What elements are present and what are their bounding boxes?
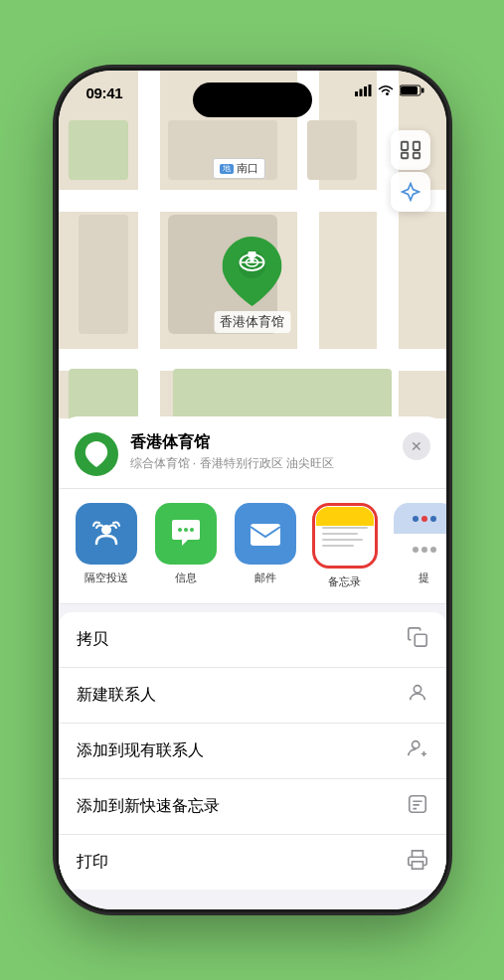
map-green-block: [69, 120, 128, 180]
messages-label: 信息: [175, 571, 197, 585]
status-time: 09:41: [86, 84, 123, 101]
airdrop-icon: [88, 516, 124, 552]
svg-rect-15: [249, 251, 256, 257]
location-card-info: 香港体育馆 综合体育馆 · 香港特别行政区 油尖旺区: [130, 432, 391, 472]
more-label: 提: [419, 571, 429, 585]
action-add-existing[interactable]: 添加到现有联系人: [59, 724, 446, 779]
share-item-airdrop[interactable]: 隔空投送: [75, 503, 138, 589]
bottom-sheet: 香港体育馆 综合体育馆 · 香港特别行政区 油尖旺区 ✕: [59, 416, 446, 909]
svg-rect-7: [401, 142, 407, 150]
mail-icon-wrap: [235, 503, 296, 565]
messages-icon-wrap: [155, 503, 217, 565]
svg-rect-28: [409, 796, 425, 813]
status-icons: [355, 84, 424, 96]
svg-rect-1: [359, 89, 362, 97]
svg-point-20: [190, 528, 194, 532]
airdrop-label: 隔空投送: [84, 571, 128, 585]
share-item-messages[interactable]: 信息: [154, 503, 218, 589]
svg-rect-16: [251, 257, 254, 262]
map-label-icon: 地: [220, 164, 234, 174]
wifi-icon: [378, 84, 394, 96]
svg-point-23: [414, 686, 420, 693]
copy-icon: [407, 626, 428, 653]
phone-frame: 09:41: [59, 71, 446, 909]
svg-rect-22: [415, 634, 426, 646]
location-subtitle: 综合体育馆 · 香港特别行政区 油尖旺区: [130, 455, 391, 472]
action-new-contact[interactable]: 新建联系人: [59, 668, 446, 724]
svg-rect-0: [355, 91, 358, 96]
mail-label: 邮件: [254, 571, 276, 585]
action-add-existing-label: 添加到现有联系人: [77, 740, 204, 761]
svg-rect-9: [401, 153, 407, 159]
notes-icon-wrap: [316, 507, 374, 565]
mail-icon: [247, 515, 284, 553]
svg-point-24: [412, 741, 419, 748]
action-list: 拷贝 新建联系人 添: [59, 612, 446, 890]
svg-rect-2: [364, 86, 367, 96]
svg-point-19: [184, 528, 188, 532]
dynamic-island: [193, 82, 312, 117]
more-icon-wrap: [394, 503, 446, 565]
print-icon: [407, 849, 428, 876]
svg-rect-21: [251, 524, 280, 546]
close-button[interactable]: ✕: [403, 432, 430, 460]
new-contact-icon: [407, 682, 428, 709]
location-card-icon: [75, 432, 118, 476]
svg-rect-10: [413, 153, 419, 159]
svg-point-18: [178, 528, 182, 532]
map-label-text: 南口: [237, 161, 258, 176]
location-button[interactable]: [391, 172, 430, 212]
marker-label: 香港体育馆: [214, 311, 290, 333]
svg-rect-5: [401, 86, 418, 94]
airdrop-icon-wrap: [76, 503, 137, 565]
notes-lines: [322, 527, 368, 547]
location-card: 香港体育馆 综合体育馆 · 香港特别行政区 油尖旺区 ✕: [59, 416, 446, 489]
battery-icon: [400, 84, 424, 96]
location-marker: 香港体育馆: [214, 240, 290, 333]
action-print[interactable]: 打印: [59, 835, 446, 890]
notes-label: 备忘录: [328, 574, 361, 589]
share-item-mail[interactable]: 邮件: [234, 503, 297, 589]
map-type-button[interactable]: [391, 130, 430, 170]
map-block: [307, 120, 357, 180]
quick-note-icon: [407, 793, 428, 820]
action-copy[interactable]: 拷贝: [59, 612, 446, 668]
close-icon: ✕: [411, 438, 422, 454]
signal-icon: [355, 84, 372, 96]
share-item-more[interactable]: 提: [393, 503, 446, 589]
svg-rect-8: [413, 142, 419, 150]
action-new-contact-label: 新建联系人: [77, 685, 156, 706]
action-copy-label: 拷贝: [77, 629, 108, 650]
location-name: 香港体育馆: [130, 432, 391, 453]
svg-rect-6: [421, 88, 424, 93]
messages-icon: [168, 516, 204, 552]
action-quick-note[interactable]: 添加到新快速备忘录: [59, 779, 446, 835]
share-row: 隔空投送 信息: [59, 489, 446, 604]
add-existing-icon: [407, 737, 428, 764]
map-block: [79, 215, 128, 334]
svg-rect-32: [412, 862, 422, 869]
marker-pin-svg: [223, 237, 282, 306]
map-entrance-label: 地 南口: [213, 158, 265, 179]
share-item-notes[interactable]: 备忘录: [313, 503, 377, 589]
notes-selection-border: [312, 503, 378, 569]
map-controls: [391, 130, 430, 212]
action-print-label: 打印: [77, 852, 108, 873]
svg-rect-3: [368, 84, 371, 96]
action-quick-note-label: 添加到新快速备忘录: [77, 796, 220, 817]
